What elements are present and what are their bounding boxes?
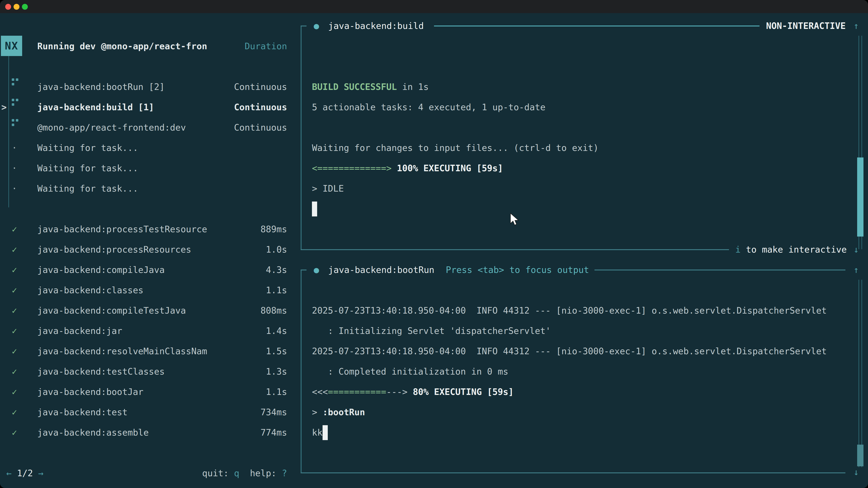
scroll-down-icon[interactable]: ↓ xyxy=(854,239,859,260)
waiting-dot-icon: · xyxy=(12,138,17,158)
bootrun-progress-line: <<<===========---> 80% EXECUTING [59s] xyxy=(312,382,514,402)
task-duration: 1.4s xyxy=(37,321,287,341)
check-icon: ✓ xyxy=(12,382,17,402)
help-key: ? xyxy=(282,468,287,478)
minimize-button[interactable] xyxy=(13,4,20,10)
terminal-cursor xyxy=(322,425,328,440)
task-duration: 1.0s xyxy=(37,239,287,260)
quit-key: q xyxy=(234,468,239,478)
terminal-cursor xyxy=(312,201,317,217)
task-status: Continuous xyxy=(37,77,287,97)
check-icon: ✓ xyxy=(12,260,17,280)
log-line: : Completed initialization in 0 ms xyxy=(312,361,508,382)
page-indicator: 1/2 xyxy=(11,468,38,478)
build-summary: 5 actionable tasks: 4 executed, 1 up-to-… xyxy=(312,97,546,118)
build-panel-border xyxy=(301,26,302,250)
task-tree-line xyxy=(8,56,9,207)
task-duration: 1.1s xyxy=(37,280,287,300)
build-panel-bottom-border xyxy=(301,249,729,250)
quit-hint-label: quit: xyxy=(202,468,234,478)
check-icon: ✓ xyxy=(12,361,17,382)
progress-prefix: <<< xyxy=(312,387,328,397)
build-panel-title-rule xyxy=(434,26,760,26)
nx-tui: NX Running dev @mono-app/react-fron Dura… xyxy=(0,13,868,488)
build-result-time: in 1s xyxy=(397,82,429,92)
build-scrollbar-thumb[interactable] xyxy=(857,158,864,236)
task-row[interactable]: Waiting for task... xyxy=(37,138,138,158)
noninteractive-badge: NON-INTERACTIVE xyxy=(766,16,846,36)
progress-label: 100% EXECUTING [59s] xyxy=(392,163,503,173)
interactive-hint-text: to make interactive xyxy=(741,245,847,255)
progress-label: 80% EXECUTING [59s] xyxy=(408,387,514,397)
task-duration: 889ms xyxy=(37,219,287,239)
keyboard-hints: quit: q help: ? xyxy=(37,463,287,484)
task-row[interactable]: Waiting for task... xyxy=(37,158,138,178)
progress-bar: =========== xyxy=(328,387,386,397)
log-line: 2025-07-23T13:40:18.950-04:00 INFO 44312… xyxy=(312,341,827,361)
task-duration: 1.3s xyxy=(37,361,287,382)
task-status: Continuous xyxy=(37,118,287,138)
bootrun-scrollbar-thumb[interactable] xyxy=(857,445,864,466)
log-line: 2025-07-23T13:40:18.950-04:00 INFO 44312… xyxy=(312,300,827,321)
task-duration: 808ms xyxy=(37,300,287,321)
duration-header: Duration xyxy=(37,36,287,57)
check-icon: ✓ xyxy=(12,402,17,422)
bootrun-panel-title[interactable]: java-backend:bootRun xyxy=(328,260,434,280)
help-hint-label: help: xyxy=(250,468,282,478)
check-icon: ✓ xyxy=(12,219,17,239)
close-button[interactable] xyxy=(5,4,11,10)
focus-output-hint: Press <tab> to focus output xyxy=(446,260,589,280)
task-duration: 774ms xyxy=(37,422,287,443)
waiting-dot-icon: · xyxy=(12,158,17,178)
bootrun-panel-border-stub xyxy=(301,269,307,270)
selection-marker: > xyxy=(1,97,6,118)
build-waiting-line: Waiting for changes to input files... (c… xyxy=(312,138,598,158)
build-result-line: BUILD SUCCESSFUL in 1s xyxy=(312,77,429,97)
maximize-button[interactable] xyxy=(22,4,28,10)
prompt-command: :bootRun xyxy=(322,407,365,417)
task-duration: 4.3s xyxy=(37,260,287,280)
spinner-icon xyxy=(12,78,14,81)
task-duration: 734ms xyxy=(37,402,287,422)
build-panel-title[interactable]: java-backend:build xyxy=(328,16,424,36)
panel-bullet-icon: ● xyxy=(314,260,319,280)
hint-gap xyxy=(239,468,250,478)
mouse-cursor-icon xyxy=(510,213,520,226)
check-icon: ✓ xyxy=(12,321,17,341)
task-row[interactable]: Waiting for task... xyxy=(37,178,138,199)
interactive-hint-key: i xyxy=(735,245,741,255)
idle-line: > IDLE xyxy=(312,178,344,199)
check-icon: ✓ xyxy=(12,341,17,361)
scroll-up-icon[interactable]: ↑ xyxy=(854,260,859,280)
build-progress-line: <=============> 100% EXECUTING [59s] xyxy=(312,158,503,178)
nx-logo: NX xyxy=(1,36,22,56)
progress-bar: <=============> xyxy=(312,163,392,173)
spinner-icon xyxy=(12,119,14,122)
check-icon: ✓ xyxy=(12,280,17,300)
check-icon: ✓ xyxy=(12,300,17,321)
interactive-hint: i to make interactive xyxy=(735,239,847,260)
panel-bullet-icon: ● xyxy=(314,16,319,36)
bootrun-panel-title-rule xyxy=(594,269,845,270)
task-duration: 1.5s xyxy=(37,341,287,361)
waiting-dot-icon: · xyxy=(12,178,17,199)
check-icon: ✓ xyxy=(12,239,17,260)
spinner-icon xyxy=(12,99,14,101)
page-prev-icon[interactable]: ← xyxy=(6,468,11,478)
stdin-input[interactable]: kk xyxy=(312,422,322,443)
scroll-up-icon[interactable]: ↑ xyxy=(854,16,859,36)
bootrun-panel-bottom-border xyxy=(301,473,845,473)
prompt-line: > :bootRun xyxy=(312,402,365,422)
terminal-window: NX Running dev @mono-app/react-fron Dura… xyxy=(0,0,868,488)
titlebar[interactable] xyxy=(0,0,868,13)
check-icon: ✓ xyxy=(12,422,17,443)
task-duration: 1.1s xyxy=(37,382,287,402)
bootrun-scrollbar-track[interactable] xyxy=(859,280,862,467)
build-panel-border-stub xyxy=(301,26,307,26)
log-line: : Initializing Servlet 'dispatcherServle… xyxy=(312,321,551,341)
bootrun-panel-border xyxy=(301,269,302,473)
prompt-marker: > xyxy=(312,407,322,417)
progress-dashes: ---> xyxy=(386,387,408,397)
build-result: BUILD SUCCESSFUL xyxy=(312,82,397,92)
task-status: Continuous xyxy=(37,97,287,118)
